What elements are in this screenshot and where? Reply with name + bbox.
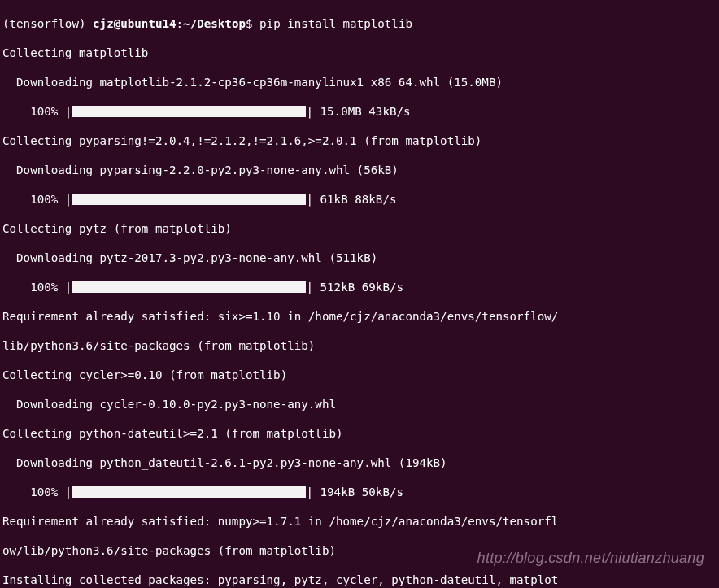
output-line: lib/python3.6/site-packages (from matplo…	[2, 338, 719, 353]
progress-line: 100% || 61kB 88kB/s	[2, 192, 719, 207]
output-line: Downloading pytz-2017.3-py2.py3-none-any…	[2, 250, 719, 265]
output-line: Downloading pyparsing-2.2.0-py2.py3-none…	[2, 163, 719, 177]
output-line: ow/lib/python3.6/site-packages (from mat…	[2, 543, 719, 558]
progress-bar	[72, 194, 306, 205]
output-line: Collecting cycler>=0.10 (from matplotlib…	[2, 368, 719, 382]
command-text: pip install matplotlib	[259, 17, 412, 30]
output-line: Collecting python-dateutil>=2.1 (from ma…	[2, 426, 719, 441]
progress-line: 100% || 512kB 69kB/s	[2, 280, 719, 294]
env-name: (tensorflow)	[2, 17, 93, 30]
output-line: Installing collected packages: pyparsing…	[2, 573, 719, 587]
user-host: cjz@ubuntu14	[93, 17, 176, 30]
cwd: ~/Desktop	[183, 17, 246, 30]
progress-bar	[72, 486, 306, 498]
output-line: Requirement already satisfied: numpy>=1.…	[2, 514, 719, 529]
progress-line: 100% || 15.0MB 43kB/s	[2, 104, 719, 119]
progress-bar	[72, 106, 306, 117]
output-line: Downloading python_dateutil-2.6.1-py2.py…	[2, 455, 719, 470]
output-line: Collecting pytz (from matplotlib)	[2, 221, 719, 236]
output-line: Requirement already satisfied: six>=1.10…	[2, 309, 719, 324]
output-line: Collecting matplotlib	[2, 46, 719, 60]
output-line: Collecting pyparsing!=2.0.4,!=2.1.2,!=2.…	[2, 133, 719, 148]
progress-line: 100% || 194kB 50kB/s	[2, 485, 719, 499]
output-line: Downloading cycler-0.10.0-py2.py3-none-a…	[2, 397, 719, 412]
output-line: Downloading matplotlib-2.1.2-cp36-cp36m-…	[2, 75, 719, 89]
progress-bar	[72, 281, 306, 293]
terminal-output[interactable]: (tensorflow) cjz@ubuntu14:~/Desktop$ pip…	[0, 0, 719, 588]
prompt-line-1: (tensorflow) cjz@ubuntu14:~/Desktop$ pip…	[2, 16, 719, 31]
